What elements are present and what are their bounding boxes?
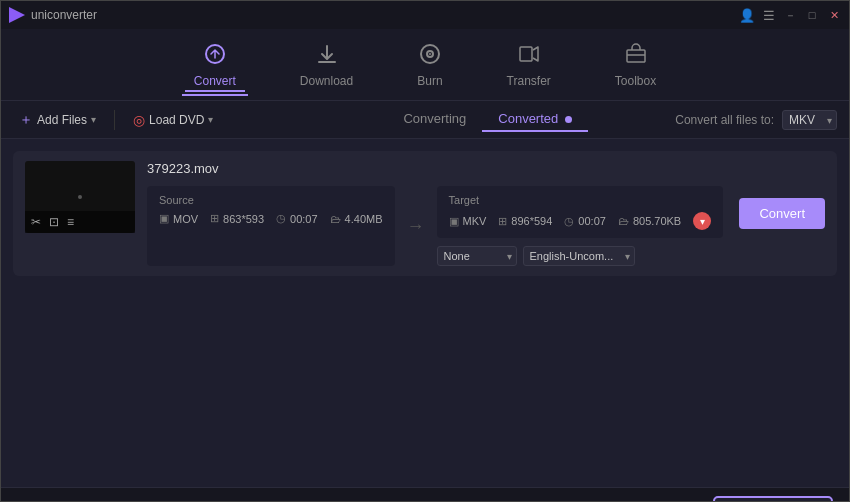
format-select-wrapper: MKV <box>782 110 837 130</box>
dvd-icon: ◎ <box>133 112 145 128</box>
source-size: 🗁 4.40MB <box>330 213 383 225</box>
app-name: uniconverter <box>31 8 97 22</box>
nav-item-download[interactable]: Download <box>288 38 365 92</box>
format-select[interactable]: MKV <box>782 110 837 130</box>
source-label: Source <box>159 194 383 206</box>
bottom-right: Merge All Videos Convert All <box>567 496 833 503</box>
file-item: ✂ ⊡ ≡ 379223.mov Source ▣ MOV <box>13 151 837 276</box>
load-dvd-button[interactable]: ◎ Load DVD ▾ <box>127 109 219 131</box>
svg-rect-5 <box>627 50 645 62</box>
download-icon <box>315 42 339 70</box>
toolbar-separator <box>114 110 115 130</box>
nav-label-transfer: Transfer <box>507 74 551 88</box>
subtitle-select-wrap: None <box>437 246 517 266</box>
add-files-chevron[interactable]: ▾ <box>91 114 96 125</box>
user-icon[interactable]: 👤 <box>739 8 755 23</box>
titlebar: uniconverter 👤 ☰ － □ ✕ <box>1 1 849 29</box>
nav-underline-convert <box>182 94 248 96</box>
crop-icon[interactable]: ⊡ <box>49 215 59 229</box>
nav-label-toolbox: Toolbox <box>615 74 656 88</box>
svg-point-3 <box>429 53 431 55</box>
tab-converted[interactable]: Converted <box>482 107 588 132</box>
nav-label-convert: Convert <box>194 74 236 88</box>
clock-icon: ◷ <box>276 212 286 225</box>
target-duration: ◷ 00:07 <box>564 215 606 228</box>
convert-all-files-label: Convert all files to: <box>675 113 774 127</box>
scissors-icon[interactable]: ✂ <box>31 215 41 229</box>
folder-icon-target: 🗁 <box>618 215 629 227</box>
nav-label-download: Download <box>300 74 353 88</box>
add-files-button[interactable]: ＋ Add Files ▾ <box>13 108 102 132</box>
navbar: Convert Download Burn Transfer <box>1 29 849 101</box>
audio-select[interactable]: English-Uncom... <box>523 246 635 266</box>
transfer-icon <box>517 42 541 70</box>
arrow-icon: → <box>407 216 425 237</box>
thumb-tools: ✂ ⊡ ≡ <box>25 211 135 233</box>
resolution-icon: ⊞ <box>210 212 219 225</box>
nav-item-convert[interactable]: Convert <box>182 38 248 92</box>
add-files-label: Add Files <box>37 113 87 127</box>
source-spec-items: ▣ MOV ⊞ 863*593 ◷ 00:07 🗁 <box>159 212 383 225</box>
main-content: ✂ ⊡ ≡ 379223.mov Source ▣ MOV <box>1 139 849 487</box>
app-logo-icon <box>9 7 25 23</box>
toolbox-icon <box>624 42 648 70</box>
nav-label-burn: Burn <box>417 74 442 88</box>
burn-icon <box>418 42 442 70</box>
convert-icon <box>203 42 227 70</box>
titlebar-left: uniconverter <box>9 7 97 23</box>
convert-button[interactable]: Convert <box>739 198 825 229</box>
bottombar: 🕐 ⚡ High Speed Conversion Merge All Vide… <box>1 487 849 502</box>
file-thumbnail: ✂ ⊡ ≡ <box>25 161 135 233</box>
nav-item-transfer[interactable]: Transfer <box>495 38 563 92</box>
file-tabs: Converting Converted <box>387 107 587 132</box>
target-format: ▣ MKV <box>449 215 487 228</box>
file-info: 379223.mov Source ▣ MOV ⊞ 863*593 <box>147 161 727 266</box>
svg-rect-4 <box>520 47 532 61</box>
menu-icon[interactable]: ☰ <box>763 8 775 23</box>
converted-badge <box>565 116 572 123</box>
target-arrow-icon: ▾ <box>693 212 711 230</box>
source-resolution: ⊞ 863*593 <box>210 212 264 225</box>
resolution-icon-target: ⊞ <box>498 215 507 228</box>
target-top: Target ▣ MKV ⊞ 896*594 <box>437 186 724 238</box>
target-spec-group: Target ▣ MKV ⊞ 896*594 <box>437 186 724 238</box>
close-button[interactable]: ✕ <box>827 9 841 22</box>
tab-converting[interactable]: Converting <box>387 107 482 132</box>
target-resolution: ⊞ 896*594 <box>498 215 552 228</box>
target-section: Target ▣ MKV ⊞ 896*594 <box>437 186 724 266</box>
load-dvd-label: Load DVD <box>149 113 204 127</box>
source-format: ▣ MOV <box>159 212 198 225</box>
maximize-button[interactable]: □ <box>805 9 819 21</box>
source-duration: ◷ 00:07 <box>276 212 318 225</box>
audio-select-wrap: English-Uncom... <box>523 246 635 266</box>
file-specs: Source ▣ MOV ⊞ 863*593 ◷ 00:07 <box>147 186 727 266</box>
nav-item-toolbox[interactable]: Toolbox <box>603 38 668 92</box>
subtitle-select[interactable]: None <box>437 246 517 266</box>
titlebar-controls: 👤 ☰ － □ ✕ <box>739 8 841 23</box>
folder-icon: 🗁 <box>330 213 341 225</box>
clock-icon-target: ◷ <box>564 215 574 228</box>
plus-icon: ＋ <box>19 111 33 129</box>
video-icon-target: ▣ <box>449 215 459 228</box>
video-icon: ▣ <box>159 212 169 225</box>
toolbar: ＋ Add Files ▾ ◎ Load DVD ▾ Converting Co… <box>1 101 849 139</box>
minimize-button[interactable]: － <box>783 8 797 23</box>
target-dropdowns: None English-Uncom... <box>437 246 724 266</box>
toolbar-right: Convert all files to: MKV <box>675 110 837 130</box>
convert-all-button[interactable]: Convert All <box>713 496 833 503</box>
target-size: 🗁 805.70KB <box>618 215 681 227</box>
target-spec-items: ▣ MKV ⊞ 896*594 ◷ 00:07 <box>449 212 712 230</box>
source-spec-group: Source ▣ MOV ⊞ 863*593 ◷ 00:07 <box>147 186 395 266</box>
nav-item-burn[interactable]: Burn <box>405 38 454 92</box>
target-label: Target <box>449 194 712 206</box>
file-name: 379223.mov <box>147 161 727 176</box>
thumb-dot <box>78 195 82 199</box>
settings-icon[interactable]: ≡ <box>67 215 74 229</box>
load-dvd-chevron[interactable]: ▾ <box>208 114 213 125</box>
